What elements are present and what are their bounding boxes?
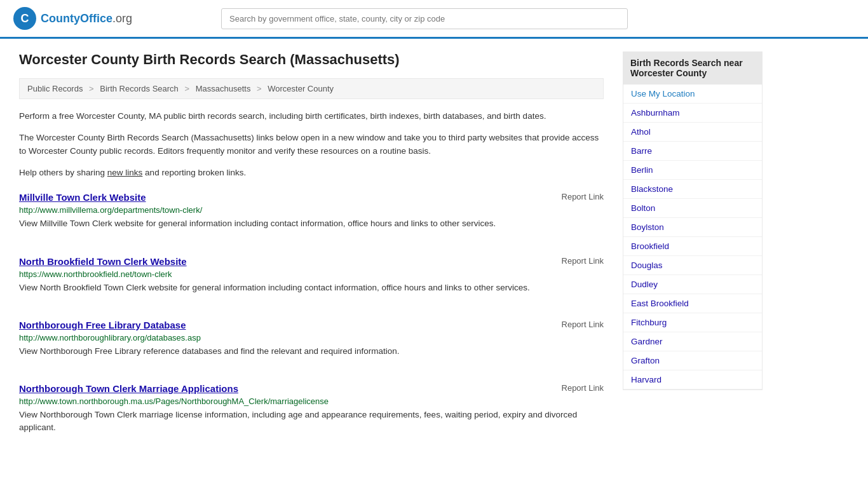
sidebar-item-link[interactable]: Boylston [623, 218, 762, 236]
sidebar-list-item: Bolton [623, 199, 762, 218]
breadcrumb-sep-1: > [89, 84, 94, 93]
search-input[interactable] [221, 8, 628, 29]
result-desc: View Millville Town Clerk website for ge… [19, 217, 604, 230]
sidebar-list-item: Dudley [623, 275, 762, 294]
new-links-link[interactable]: new links [107, 168, 143, 177]
result-header: North Brookfield Town Clerk Website Repo… [19, 256, 604, 267]
sidebar-list-item: Boylston [623, 218, 762, 237]
description-3: Help others by sharing new links and rep… [19, 166, 604, 180]
result-link[interactable]: North Brookfield Town Clerk Website [19, 256, 187, 267]
report-link[interactable]: Report Link [562, 383, 604, 393]
sidebar-list: Use My LocationAshburnhamAtholBarreBerli… [623, 85, 763, 390]
sidebar-item-link[interactable]: Fitchburg [623, 313, 762, 332]
result-title: North Brookfield Town Clerk Website [19, 256, 187, 267]
sidebar-item-link[interactable]: Barre [623, 142, 762, 160]
result-item: North Brookfield Town Clerk Website Repo… [19, 256, 604, 302]
logo-text: CountyOffice.org [41, 12, 132, 25]
result-item: Northborough Free Library Database Repor… [19, 320, 604, 365]
sidebar-list-item: Athol [623, 123, 762, 142]
sidebar-item-link[interactable]: Harvard [623, 370, 762, 389]
logo[interactable]: C CountyOffice.org [13, 6, 132, 30]
sidebar-item-link[interactable]: Douglas [623, 256, 762, 274]
description-1: Perform a free Worcester County, MA publ… [19, 109, 604, 123]
result-title: Millville Town Clerk Website [19, 192, 146, 203]
result-item: Northborough Town Clerk Marriage Applica… [19, 383, 604, 442]
breadcrumb-worcester[interactable]: Worcester County [268, 84, 334, 93]
sidebar-list-item: Blackstone [623, 180, 762, 199]
logo-icon: C [13, 6, 37, 30]
sidebar-item-link[interactable]: Bolton [623, 199, 762, 217]
sidebar-item-link[interactable]: Berlin [623, 161, 762, 179]
sidebar-list-item: Gardner [623, 332, 762, 351]
sidebar-item-link[interactable]: Athol [623, 123, 762, 141]
sidebar-list-item: Brookfield [623, 237, 762, 256]
sidebar-list-item: Harvard [623, 370, 762, 390]
report-link[interactable]: Report Link [562, 320, 604, 329]
result-header: Northborough Town Clerk Marriage Applica… [19, 383, 604, 394]
description-2: The Worcester County Birth Records Searc… [19, 131, 604, 158]
sidebar-item-link[interactable]: Grafton [623, 351, 762, 370]
report-link[interactable]: Report Link [562, 256, 604, 266]
result-desc: View Northborough Free Library reference… [19, 345, 604, 358]
breadcrumb-birth-records[interactable]: Birth Records Search [100, 84, 179, 93]
sidebar-item-link[interactable]: Brookfield [623, 237, 762, 255]
sidebar-list-item: Douglas [623, 256, 762, 275]
header: C CountyOffice.org [0, 0, 868, 39]
main-layout: Worcester County Birth Records Search (M… [0, 39, 868, 473]
results-list: Millville Town Clerk Website Report Link… [19, 192, 604, 442]
content-area: Worcester County Birth Records Search (M… [19, 51, 604, 460]
breadcrumb: Public Records > Birth Records Search > … [19, 78, 604, 99]
page-title: Worcester County Birth Records Search (M… [19, 51, 604, 68]
result-header: Northborough Free Library Database Repor… [19, 320, 604, 330]
sidebar-item-link[interactable]: Gardner [623, 332, 762, 351]
sidebar-list-item: Berlin [623, 161, 762, 180]
sidebar-list-item: Grafton [623, 351, 762, 370]
desc3-pre: Help others by sharing [19, 168, 107, 177]
result-link[interactable]: Northborough Free Library Database [19, 320, 186, 330]
result-url: http://www.town.northborough.ma.us/Pages… [19, 396, 604, 406]
result-title: Northborough Free Library Database [19, 320, 186, 330]
sidebar-list-item: Use My Location [623, 85, 762, 104]
report-link[interactable]: Report Link [562, 192, 604, 201]
result-desc: View Northborough Town Clerk marriage li… [19, 409, 604, 435]
search-bar [221, 8, 628, 29]
breadcrumb-massachusetts[interactable]: Massachusetts [196, 84, 251, 93]
sidebar-title: Birth Records Search near Worcester Coun… [623, 51, 763, 85]
result-url: http://www.millvillema.org/departments/t… [19, 205, 604, 215]
svg-text:C: C [21, 12, 29, 25]
result-header: Millville Town Clerk Website Report Link [19, 192, 604, 203]
sidebar-item-link[interactable]: Ashburnham [623, 104, 762, 122]
breadcrumb-sep-3: > [257, 84, 262, 93]
breadcrumb-sep-2: > [184, 84, 189, 93]
sidebar-list-item: Barre [623, 142, 762, 161]
desc3-post: and reporting broken links. [142, 168, 246, 177]
sidebar-list-item: Fitchburg [623, 313, 762, 332]
result-url: https://www.northbrookfield.net/town-cle… [19, 269, 604, 279]
result-desc: View North Brookfield Town Clerk website… [19, 281, 604, 294]
result-link[interactable]: Millville Town Clerk Website [19, 192, 146, 203]
sidebar-list-item: Ashburnham [623, 104, 762, 123]
result-url: http://www.northboroughlibrary.org/datab… [19, 333, 604, 342]
breadcrumb-public-records[interactable]: Public Records [27, 84, 83, 93]
sidebar-item-link[interactable]: Use My Location [623, 85, 762, 103]
sidebar: Birth Records Search near Worcester Coun… [623, 51, 763, 460]
result-item: Millville Town Clerk Website Report Link… [19, 192, 604, 238]
sidebar-item-link[interactable]: Dudley [623, 275, 762, 294]
sidebar-list-item: East Brookfield [623, 294, 762, 313]
sidebar-item-link[interactable]: Blackstone [623, 180, 762, 198]
sidebar-item-link[interactable]: East Brookfield [623, 294, 762, 313]
result-title: Northborough Town Clerk Marriage Applica… [19, 383, 238, 394]
result-link[interactable]: Northborough Town Clerk Marriage Applica… [19, 383, 238, 394]
